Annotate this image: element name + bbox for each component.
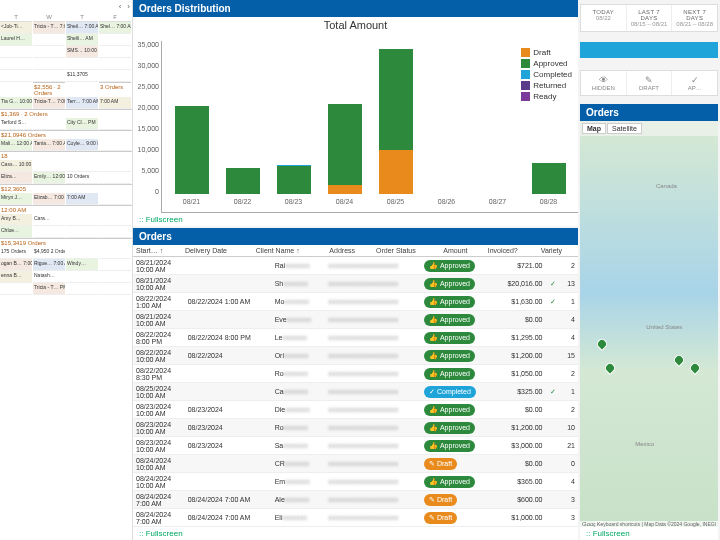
- cal-event[interactable]: [99, 70, 131, 82]
- cal-event[interactable]: [99, 118, 131, 130]
- cal-event[interactable]: [0, 58, 32, 70]
- cal-event[interactable]: [0, 46, 32, 58]
- col-4[interactable]: Order Status: [373, 245, 440, 257]
- cal-event[interactable]: Chloe…: [0, 226, 32, 238]
- cal-event[interactable]: Cass… 10:00 AM: [0, 160, 32, 172]
- cal-event[interactable]: Terr… 7:00 AM: [66, 97, 98, 109]
- col-2[interactable]: Client Name: [253, 245, 327, 257]
- view-tab-draft[interactable]: ✎DRAFT: [627, 71, 673, 95]
- cal-event[interactable]: [99, 193, 131, 205]
- cal-event[interactable]: Windy…: [66, 259, 98, 271]
- cal-event[interactable]: 7:00 AM: [99, 97, 131, 109]
- cal-event[interactable]: Eliza…: [0, 172, 32, 184]
- map-area[interactable]: Google Keyboard shortcuts | Map Data ©20…: [580, 136, 718, 527]
- cal-event[interactable]: Coyle… 9:00 PM: [66, 139, 98, 151]
- period-next-7-days[interactable]: NEXT 7 DAYS08/21 – 08/28: [672, 5, 717, 31]
- cal-event[interactable]: [99, 34, 131, 46]
- cal-event[interactable]: 7:00 AM: [66, 193, 98, 205]
- view-tab-hidden[interactable]: 👁HIDDEN: [581, 71, 627, 95]
- cal-event[interactable]: Tricia-T… 7:00 AM: [33, 97, 65, 109]
- cal-event[interactable]: Rigue… 7:00 AM: [33, 259, 65, 271]
- cal-event[interactable]: Cara…: [33, 214, 65, 226]
- period-last-7-days[interactable]: LAST 7 DAYS08/15 – 08/21: [627, 5, 673, 31]
- cal-event[interactable]: Tia G… 10:00 AM: [0, 97, 32, 109]
- cal-event[interactable]: enna B…: [0, 271, 32, 283]
- cal-event[interactable]: [0, 70, 32, 82]
- cal-event[interactable]: [99, 214, 131, 226]
- cal-next[interactable]: ›: [127, 2, 130, 11]
- table-row[interactable]: 08/25/202410:00 AMCaxxxxxxxxxxxxxxxxxxxx…: [133, 383, 578, 401]
- table-row[interactable]: 08/22/20248:30 PMRoxxxxxxxxxxxxxxxxxxxxx…: [133, 365, 578, 383]
- map-fullscreen-link[interactable]: Fullscreen: [580, 527, 718, 540]
- col-6[interactable]: Invoiced?: [485, 245, 538, 257]
- table-row[interactable]: 08/23/202410:00 AM08/23/2024Roxxxxxxxxxx…: [133, 419, 578, 437]
- cal-event[interactable]: [66, 247, 98, 259]
- cal-event[interactable]: [99, 226, 131, 238]
- map-pin[interactable]: [688, 361, 702, 375]
- cal-event[interactable]: $11,3705: [66, 70, 98, 82]
- cal-event[interactable]: [66, 160, 98, 172]
- orders-fullscreen-link[interactable]: Fullscreen: [133, 527, 578, 540]
- cal-event[interactable]: [99, 283, 131, 295]
- cal-event[interactable]: [99, 259, 131, 271]
- cal-event[interactable]: [99, 139, 131, 151]
- cal-event[interactable]: 175 Orders: [0, 247, 32, 259]
- map-pin[interactable]: [603, 361, 617, 375]
- cal-event[interactable]: ogan B… 7:00: [0, 259, 32, 271]
- chart-fullscreen-link[interactable]: Fullscreen: [133, 213, 578, 226]
- cal-event[interactable]: Mali… 12:00 AM: [0, 139, 32, 151]
- col-5[interactable]: Amount: [440, 245, 484, 257]
- table-row[interactable]: 08/21/202410:00 AMRaixxxxxxxxxxxxxxxxxxx…: [133, 257, 578, 275]
- cal-event[interactable]: [66, 214, 98, 226]
- cal-event[interactable]: [33, 160, 65, 172]
- cal-event[interactable]: [99, 58, 131, 70]
- col-3[interactable]: Address: [326, 245, 373, 257]
- cal-event[interactable]: Tricia - T… 7:00 AM: [33, 22, 65, 34]
- cal-event[interactable]: [33, 70, 65, 82]
- table-row[interactable]: 08/21/202410:00 AMShxxxxxxxxxxxxxxxxxxxx…: [133, 275, 578, 293]
- table-row[interactable]: 08/21/202410:00 AMEvexxxxxxxxxxxxxxxxxxx…: [133, 311, 578, 329]
- table-row[interactable]: 08/22/20248:00 PM08/22/2024 8:00 PMLexxx…: [133, 329, 578, 347]
- col-0[interactable]: Start…: [133, 245, 182, 257]
- cal-event[interactable]: [99, 160, 131, 172]
- map-pin[interactable]: [594, 337, 608, 351]
- table-row[interactable]: 08/23/202410:00 AM08/23/2024Diexxxxxxxxx…: [133, 401, 578, 419]
- cal-event[interactable]: Shel… 7:00 AM: [99, 22, 131, 34]
- table-row[interactable]: 08/22/202410:00 AM08/22/2024Orixxxxxxxxx…: [133, 347, 578, 365]
- cal-event[interactable]: [0, 283, 32, 295]
- table-row[interactable]: 08/23/202410:00 AM08/23/2024Saxxxxxxxxxx…: [133, 437, 578, 455]
- cal-event[interactable]: [66, 283, 98, 295]
- cal-event[interactable]: Emily… 12:00 PM: [33, 172, 65, 184]
- cal-event[interactable]: [66, 226, 98, 238]
- cal-event[interactable]: Sheil… 7:00 AM: [66, 22, 98, 34]
- cal-event[interactable]: Tricia - T… PM: [33, 283, 65, 295]
- table-row[interactable]: 08/24/20247:00 AM08/24/2024 7:00 AMAlexx…: [133, 491, 578, 509]
- cal-event[interactable]: Miryn J…: [0, 193, 32, 205]
- table-row[interactable]: 08/24/20247:00 AM08/24/2024 7:00 AMElixx…: [133, 509, 578, 527]
- cal-event[interactable]: Laurel H…: [0, 34, 32, 46]
- cal-event[interactable]: [66, 58, 98, 70]
- cal-event[interactable]: Natash…: [33, 271, 65, 283]
- cal-event[interactable]: [99, 247, 131, 259]
- col-1[interactable]: Delivery Date: [182, 245, 253, 257]
- cal-event[interactable]: [66, 271, 98, 283]
- cal-event[interactable]: City Cl… PM: [66, 118, 98, 130]
- period-today[interactable]: TODAY08/22: [581, 5, 627, 31]
- table-row[interactable]: 08/24/202410:00 AMCRxxxxxxxxxxxxxxxxxxxx…: [133, 455, 578, 473]
- cal-event[interactable]: Amy B…: [0, 214, 32, 226]
- map-btn-satellite[interactable]: Satellite: [607, 123, 642, 134]
- table-row[interactable]: 08/24/202410:00 AMEmxxxxxxxxxxxxxxxxxxxx…: [133, 473, 578, 491]
- cal-event[interactable]: [33, 34, 65, 46]
- cal-event[interactable]: 10 Orders: [66, 172, 98, 184]
- cal-event[interactable]: [99, 46, 131, 58]
- cal-event[interactable]: <Job-Ti…: [0, 22, 32, 34]
- cal-event[interactable]: [99, 172, 131, 184]
- col-7[interactable]: Variety: [538, 245, 578, 257]
- cal-event[interactable]: [33, 58, 65, 70]
- cal-event[interactable]: [33, 226, 65, 238]
- cal-event[interactable]: [33, 46, 65, 58]
- map-pin[interactable]: [672, 353, 686, 367]
- cal-prev[interactable]: ‹: [119, 2, 122, 11]
- view-tab-ap[interactable]: ✓AP…: [672, 71, 717, 95]
- cal-event[interactable]: [33, 118, 65, 130]
